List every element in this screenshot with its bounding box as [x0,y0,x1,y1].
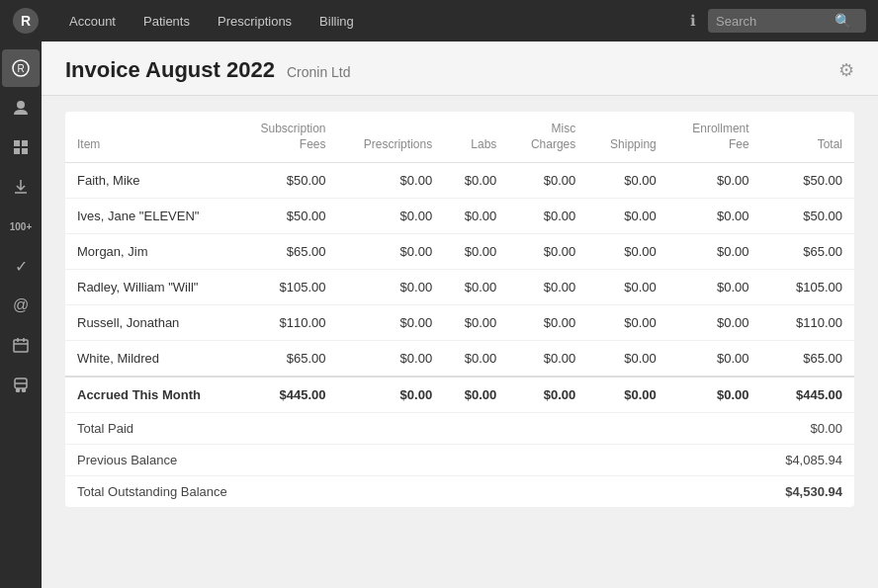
cell-shipping: $0.00 [587,199,668,234]
cell-prescriptions: $0.00 [338,199,445,234]
cell-misc: $0.00 [508,305,587,341]
total-outstanding-value: $4,530.94 [761,476,854,508]
accrued-misc: $0.00 [508,377,587,413]
cell-labs: $0.00 [444,234,508,270]
svg-rect-6 [22,140,28,146]
app-logo: R [12,7,40,35]
cell-item: Morgan, Jim [65,234,235,270]
sidebar-item-download[interactable] [2,168,40,206]
total-paid-label: Total Paid [65,413,761,445]
sidebar-item-at[interactable]: @ [2,287,40,324]
nav-patients[interactable]: Patients [130,0,204,42]
gear-icon[interactable]: ⚙ [838,59,854,81]
svg-text:R: R [17,63,24,74]
svg-text:R: R [21,13,31,29]
table-row: Radley, William "Will" $105.00 $0.00 $0.… [65,270,854,305]
cell-labs: $0.00 [444,270,508,305]
col-item-header: Item [65,112,235,163]
cell-shipping: $0.00 [587,270,668,305]
col-prescriptions-header: Prescriptions [338,112,445,163]
svg-rect-4 [17,101,25,109]
col-subscription-header: Subscription Fees [235,112,338,163]
cell-enrollment: $0.00 [668,341,761,378]
table-row: Faith, Mike $50.00 $0.00 $0.00 $0.00 $0.… [65,163,854,199]
col-enrollment-header: Enrollment Fee [668,112,761,163]
sidebar-item-home[interactable]: R [2,49,40,87]
previous-balance-label: Previous Balance [65,445,761,476]
cell-item: Radley, William "Will" [65,270,235,305]
cell-prescriptions: $0.00 [338,234,445,270]
cell-prescriptions: $0.00 [338,163,445,199]
previous-balance-row: Previous Balance $4,085.94 [65,445,854,476]
total-paid-row: Total Paid $0.00 [65,413,854,445]
col-shipping-header: Shipping [587,112,668,163]
info-icon[interactable]: ℹ [690,12,696,30]
cell-misc: $0.00 [508,270,587,305]
sidebar: R 100+ ✓ @ [0,42,42,588]
cell-enrollment: $0.00 [668,199,761,234]
cell-subscription: $65.00 [235,234,338,270]
table-row: Russell, Jonathan $110.00 $0.00 $0.00 $0… [65,305,854,341]
cell-subscription: $50.00 [235,163,338,199]
cell-total: $50.00 [761,199,854,234]
previous-balance-value: $4,085.94 [761,445,854,476]
search-input[interactable] [716,14,834,29]
nav-links: Account Patients Prescriptions Billing [55,0,373,42]
cell-prescriptions: $0.00 [338,305,445,341]
cell-enrollment: $0.00 [668,234,761,270]
cell-misc: $0.00 [508,199,587,234]
cell-enrollment: $0.00 [668,270,761,305]
cell-total: $105.00 [761,270,854,305]
search-icon[interactable]: 🔍 [834,13,851,29]
cell-shipping: $0.00 [587,305,668,341]
page-header-left: Invoice August 2022 Cronin Ltd [65,57,351,83]
cell-shipping: $0.00 [587,163,668,199]
svg-rect-9 [14,340,28,352]
cell-subscription: $105.00 [235,270,338,305]
col-total-header: Total [761,112,854,163]
table-row: White, Mildred $65.00 $0.00 $0.00 $0.00 … [65,341,854,378]
cell-subscription: $110.00 [235,305,338,341]
sidebar-item-grid[interactable] [2,128,40,166]
sidebar-item-check[interactable]: ✓ [2,247,40,285]
table-header-row: Item Subscription Fees Prescriptions Lab… [65,112,854,163]
nav-account[interactable]: Account [55,0,130,42]
accrued-subscription: $445.00 [235,377,338,413]
cell-enrollment: $0.00 [668,305,761,341]
svg-rect-8 [22,148,28,154]
cell-labs: $0.00 [444,341,508,378]
cell-shipping: $0.00 [587,234,668,270]
cell-item: Russell, Jonathan [65,305,235,341]
accrued-prescriptions: $0.00 [338,377,445,413]
col-misc-header: Misc Charges [508,112,587,163]
table-row: Ives, Jane "ELEVEN" $50.00 $0.00 $0.00 $… [65,199,854,234]
sidebar-item-person[interactable] [2,89,40,126]
cell-labs: $0.00 [444,199,508,234]
accrued-row: Accrued This Month $445.00 $0.00 $0.00 $… [65,377,854,413]
cell-subscription: $50.00 [235,199,338,234]
svg-point-11 [17,389,20,392]
cell-total: $110.00 [761,305,854,341]
cell-item: Ives, Jane "ELEVEN" [65,199,235,234]
page-title: Invoice August 2022 [65,57,275,83]
sidebar-item-calendar[interactable] [2,326,40,364]
col-labs-header: Labs [444,112,508,163]
cell-labs: $0.00 [444,163,508,199]
top-nav: R Account Patients Prescriptions Billing… [0,0,878,42]
accrued-total: $445.00 [761,377,854,413]
accrued-shipping: $0.00 [587,377,668,413]
cell-subscription: $65.00 [235,341,338,378]
sidebar-item-bus[interactable] [2,366,40,403]
invoice-table: Item Subscription Fees Prescriptions Lab… [65,112,854,507]
cell-misc: $0.00 [508,234,587,270]
nav-prescriptions[interactable]: Prescriptions [204,0,306,42]
cell-misc: $0.00 [508,163,587,199]
nav-billing[interactable]: Billing [306,0,368,42]
sidebar-item-100[interactable]: 100+ [2,208,40,245]
cell-prescriptions: $0.00 [338,270,445,305]
cell-enrollment: $0.00 [668,163,761,199]
page-subtitle: Cronin Ltd [287,64,351,80]
cell-total: $65.00 [761,341,854,378]
svg-point-12 [23,389,26,392]
svg-rect-5 [14,140,20,146]
